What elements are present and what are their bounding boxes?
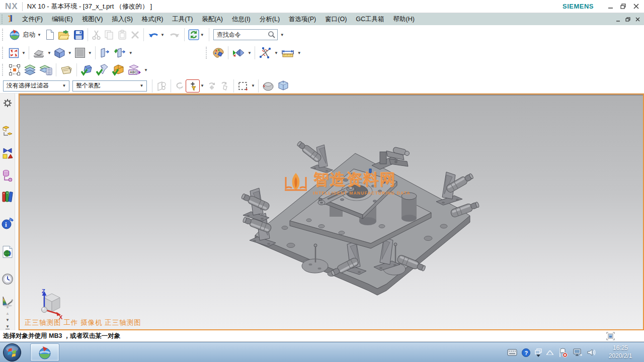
menu-view[interactable]: 视图(V) xyxy=(77,14,108,25)
show-hide-button[interactable] xyxy=(230,47,247,59)
menu-tools[interactable]: 工具(T) xyxy=(168,14,197,25)
snap-handle-button[interactable] xyxy=(218,80,231,92)
start-menu-button[interactable]: 启动▼ xyxy=(7,28,44,42)
refresh-button[interactable]: ▼ xyxy=(187,28,207,41)
snap-point-button[interactable] xyxy=(186,80,199,92)
reuse-library-tab[interactable] xyxy=(0,189,15,204)
toolbar-grip[interactable] xyxy=(206,47,208,59)
volume-tray-icon[interactable] xyxy=(587,348,596,356)
clip-section-button[interactable] xyxy=(276,79,291,93)
dimension-dropdown-arrow[interactable]: ▼ xyxy=(297,51,301,55)
rendering-style-button[interactable] xyxy=(31,47,46,59)
scroll-down-icon[interactable]: ▼ xyxy=(6,318,10,322)
help-tray-icon[interactable]: ? xyxy=(522,348,530,357)
filter-dropdown-arrow[interactable]: ▼ xyxy=(60,81,68,90)
scope-dropdown-arrow[interactable]: ▼ xyxy=(138,81,145,90)
orient-view-button[interactable] xyxy=(52,46,67,60)
snap-previous-button[interactable] xyxy=(173,80,186,92)
redo-button[interactable] xyxy=(167,29,182,41)
show-hidden-icons-button[interactable] xyxy=(546,350,553,355)
delete-button[interactable] xyxy=(129,29,141,41)
interpart-select-button[interactable] xyxy=(154,79,169,93)
snap-rotate-button[interactable] xyxy=(205,80,218,92)
network-tray-icon[interactable] xyxy=(573,348,583,357)
cut-button[interactable] xyxy=(90,29,103,41)
action-center-flag-icon[interactable] xyxy=(558,348,568,357)
menu-grip[interactable] xyxy=(2,15,4,24)
close-button[interactable] xyxy=(633,4,639,9)
doc-minimize-button[interactable] xyxy=(616,17,620,22)
window-layout-button[interactable] xyxy=(98,46,112,59)
doc-restore-button[interactable] xyxy=(625,17,630,22)
menu-help[interactable]: 帮助(H) xyxy=(389,14,419,25)
menu-file[interactable]: 文件(F) xyxy=(18,14,47,25)
roles-gear-button[interactable] xyxy=(0,96,15,111)
history-tab[interactable] xyxy=(0,272,15,287)
fit-view-button[interactable] xyxy=(7,47,21,59)
layout-dropdown-arrow[interactable]: ▼ xyxy=(129,51,133,55)
toolbar-grip[interactable] xyxy=(2,29,5,41)
orient-dropdown-arrow[interactable]: ▼ xyxy=(68,51,72,55)
toolbar-grip[interactable] xyxy=(2,47,5,59)
rendering-dropdown-arrow[interactable]: ▼ xyxy=(47,51,51,55)
menu-insert[interactable]: 插入(S) xyxy=(107,14,137,25)
role-palette-button[interactable] xyxy=(211,46,226,59)
paste-button[interactable] xyxy=(116,29,129,41)
internet-info-tab[interactable]: i xyxy=(0,216,15,231)
resource-bar-resize-handle[interactable] xyxy=(15,94,19,330)
new-window-button[interactable] xyxy=(112,46,128,59)
doc-close-button[interactable] xyxy=(635,17,640,22)
marquee-dropdown-arrow[interactable]: ▼ xyxy=(251,83,255,88)
shaded-object-button[interactable] xyxy=(261,79,276,93)
start-dropdown-arrow[interactable]: ▼ xyxy=(37,33,41,37)
check-assembly-button[interactable] xyxy=(110,63,126,77)
text-annotation-button[interactable]: ABC xyxy=(126,63,143,77)
constraint-navigator-tab[interactable] xyxy=(0,146,15,161)
menu-information[interactable]: 信息(I) xyxy=(227,14,255,25)
keyboard-tray-icon[interactable] xyxy=(507,349,517,356)
dimension-button[interactable] xyxy=(279,46,296,59)
new-file-button[interactable] xyxy=(44,28,56,41)
menu-gc-toolbox[interactable]: GC工具箱 xyxy=(351,14,388,25)
orientation-triad[interactable]: Z X xyxy=(36,288,64,320)
note-button[interactable] xyxy=(58,64,74,76)
save-button[interactable] xyxy=(72,29,86,41)
find-command-input[interactable] xyxy=(217,31,268,38)
check-tool-button[interactable] xyxy=(94,63,110,77)
fit-dropdown-arrow[interactable]: ▼ xyxy=(22,51,26,55)
menu-window[interactable]: 窗口(O) xyxy=(320,14,351,25)
toolbar-grip[interactable] xyxy=(2,64,5,76)
menu-edit[interactable]: 编辑(E) xyxy=(47,14,77,25)
show-hide-dropdown-arrow[interactable]: ▼ xyxy=(248,51,252,55)
measure-button[interactable] xyxy=(257,46,273,60)
snap-dropdown-arrow[interactable]: ▼ xyxy=(200,83,204,88)
open-file-button[interactable] xyxy=(56,29,72,41)
marquee-select-button[interactable] xyxy=(236,80,250,92)
web-browser-tab[interactable] xyxy=(0,244,15,259)
menu-assemblies[interactable]: 装配(A) xyxy=(197,14,227,25)
menu-preferences[interactable]: 首选项(P) xyxy=(284,14,320,25)
copy-button[interactable] xyxy=(103,29,116,41)
check-body-button[interactable] xyxy=(79,63,94,77)
layer-visible-button[interactable] xyxy=(38,63,54,77)
taskbar-clock[interactable]: 16:25 2020/2/1 xyxy=(601,344,640,360)
scroll-up2-icon[interactable]: ▲ xyxy=(6,311,10,316)
undo-dropdown-arrow[interactable]: ▼ xyxy=(160,33,165,37)
nx-taskbar-button[interactable] xyxy=(30,343,59,361)
row3-dropdown-arrow[interactable]: ▼ xyxy=(144,68,148,72)
scroll-up-icon[interactable]: ▲ xyxy=(6,305,10,309)
background-button[interactable] xyxy=(73,46,87,59)
undo-button[interactable]: ▼ xyxy=(146,29,167,41)
minimize-button[interactable] xyxy=(608,4,613,9)
menu-analysis[interactable]: 分析(L) xyxy=(255,14,284,25)
start-button[interactable] xyxy=(3,343,22,362)
restore-button[interactable] xyxy=(620,4,626,9)
3d-model-assembly[interactable] xyxy=(20,95,644,330)
background-dropdown-arrow[interactable]: ▼ xyxy=(88,51,92,55)
window-tray-item[interactable] xyxy=(535,348,542,357)
menu-format[interactable]: 格式(R) xyxy=(137,14,168,25)
graphics-viewport[interactable]: 智造资料网 INTELLIGENT MANUFACTURING DATA Z xyxy=(19,94,644,330)
refresh-dropdown-arrow[interactable]: ▼ xyxy=(200,33,204,37)
clip-window-button[interactable] xyxy=(606,332,615,342)
selection-scope-combo[interactable]: 整个装配 ▼ xyxy=(72,80,147,92)
